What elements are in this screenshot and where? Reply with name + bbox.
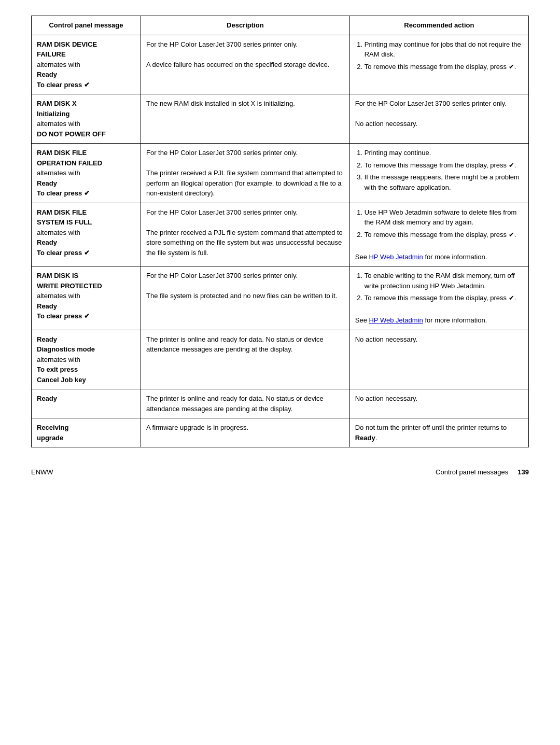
table-row: RAM DISK IS WRITE PROTECTED alternates w… (32, 266, 529, 330)
message-title-2: SYSTEM IS FULL (37, 218, 92, 226)
hp-web-jetadmin-link-1[interactable]: HP Web Jetadmin (369, 253, 423, 261)
control-panel-cell: RAM DISK IS WRITE PROTECTED alternates w… (32, 266, 141, 330)
desc-text-1: A firmware upgrade is in progress. (146, 424, 248, 431)
table-row: Ready Diagnostics mode alternates with T… (32, 330, 529, 389)
table-row: RAM DISK DEVICE FAILURE alternates with … (32, 35, 529, 94)
description-cell: The printer is online and ready for data… (141, 330, 349, 389)
table-row: Receiving upgrade A firmware upgrade is … (32, 418, 529, 447)
desc-text-2: The printer received a PJL file system c… (146, 169, 343, 197)
ready-label: Ready (37, 179, 57, 187)
ready-label: Ready (37, 71, 57, 78)
desc-text-2: The file system is protected and no new … (146, 292, 338, 300)
message-title: RAM DISK IS (37, 272, 78, 279)
upgrade-label: upgrade (37, 434, 63, 442)
header-recommended-action: Recommended action (349, 16, 528, 35)
action-cell: No action necessary. (349, 389, 528, 418)
clear-label: To clear press ✔ (37, 312, 90, 320)
action-cell: Use HP Web Jetadmin software to delete f… (349, 203, 528, 266)
action-text-1: For the HP Color LaserJet 3700 series pr… (355, 100, 507, 107)
action-item: To remove this message from the display,… (365, 293, 523, 303)
alternates-label: alternates with (37, 229, 80, 236)
description-cell: For the HP Color LaserJet 3700 series pr… (141, 35, 349, 94)
message-title-2: OPERATION FAILED (37, 159, 102, 167)
control-panel-cell: RAM DISK DEVICE FAILURE alternates with … (32, 35, 141, 94)
action-text-1: Do not turn the printer off until the pr… (355, 424, 507, 442)
action-cell: To enable writing to the RAM disk memory… (349, 266, 528, 330)
message-title-2: Initializing (37, 110, 70, 118)
control-panel-cell: Receiving upgrade (32, 418, 141, 447)
desc-text-1: For the HP Color LaserJet 3700 series pr… (146, 40, 298, 48)
clear-label: To clear press ✔ (37, 189, 90, 197)
control-panel-cell: Ready (32, 389, 141, 418)
action-item: To enable writing to the RAM disk memory… (365, 271, 523, 291)
ready-label: Ready (37, 395, 57, 402)
cancel-label: Cancel Job key (37, 376, 86, 384)
message-title-2: WRITE PROTECTED (37, 282, 102, 290)
message-title-2: FAILURE (37, 50, 66, 58)
action-text-2: No action necessary. (355, 120, 417, 128)
action-item: To remove this message from the display,… (365, 62, 523, 72)
ready-label: Ready (37, 335, 57, 343)
desc-text-2: The printer received a PJL file system c… (146, 229, 343, 257)
desc-text-1: The new RAM disk installed in slot X is … (146, 100, 295, 107)
action-text-1: No action necessary. (355, 335, 417, 343)
control-panel-cell: RAM DISK FILE SYSTEM IS FULL alternates … (32, 203, 141, 266)
diagnostics-label: Diagnostics mode (37, 345, 95, 353)
header-control-panel: Control panel message (32, 16, 141, 35)
message-title: RAM DISK X (37, 100, 77, 107)
desc-text-2: A device failure has occurred on the spe… (146, 61, 329, 68)
alternates-label: alternates with (37, 292, 80, 300)
desc-text-1: For the HP Color LaserJet 3700 series pr… (146, 208, 298, 216)
message-title: RAM DISK FILE (37, 149, 87, 157)
see-link-text: See (355, 253, 369, 261)
action-cell: Do not turn the printer off until the pr… (349, 418, 528, 447)
table-row: RAM DISK X Initializing alternates with … (32, 94, 529, 144)
description-cell: For the HP Color LaserJet 3700 series pr… (141, 266, 349, 330)
table-row: Ready The printer is online and ready fo… (32, 389, 529, 418)
page-number: 139 (517, 468, 529, 476)
receiving-label: Receiving (37, 424, 68, 431)
footer-label: Control panel messages (436, 468, 508, 476)
clear-label: To clear press ✔ (37, 249, 90, 257)
action-text-1: No action necessary. (355, 395, 417, 402)
description-cell: For the HP Color LaserJet 3700 series pr… (141, 144, 349, 203)
ready-label: Ready (37, 302, 57, 310)
action-item: To remove this message from the display,… (365, 230, 523, 240)
clear-label: To clear press ✔ (37, 81, 90, 89)
control-panel-cell: RAM DISK FILE OPERATION FAILED alternate… (32, 144, 141, 203)
message-title: RAM DISK FILE (37, 208, 87, 216)
action-cell: No action necessary. (349, 330, 528, 389)
table-row: RAM DISK FILE OPERATION FAILED alternate… (32, 144, 529, 203)
header-description: Description (141, 16, 349, 35)
desc-text-1: For the HP Color LaserJet 3700 series pr… (146, 149, 298, 157)
main-table: Control panel message Description Recomm… (31, 16, 529, 447)
action-item: Printing may continue. (365, 148, 523, 158)
action-item: If the message reappears, there might be… (365, 172, 523, 192)
desc-text-1: The printer is online and ready for data… (146, 395, 324, 413)
desc-text-1: The printer is online and ready for data… (146, 335, 324, 354)
footer-enww: ENWW (31, 468, 53, 476)
page-footer: ENWW Control panel messages 139 (31, 468, 529, 476)
description-cell: A firmware upgrade is in progress. (141, 418, 349, 447)
control-panel-cell: RAM DISK X Initializing alternates with … (32, 94, 141, 144)
footer-page-info: Control panel messages 139 (436, 468, 529, 476)
action-cell: Printing may continue for jobs that do n… (349, 35, 528, 94)
see-link-text-2: See (355, 316, 369, 324)
hp-web-jetadmin-link-2[interactable]: HP Web Jetadmin (369, 316, 423, 324)
action-item: Use HP Web Jetadmin software to delete f… (365, 207, 523, 228)
control-panel-cell: Ready Diagnostics mode alternates with T… (32, 330, 141, 389)
see-link-more-2: for more information. (423, 316, 487, 324)
action-item: Printing may continue for jobs that do n… (365, 39, 523, 60)
alternates-label: alternates with (37, 61, 80, 68)
action-item: To remove this message from the display,… (365, 160, 523, 171)
action-cell: Printing may continue. To remove this me… (349, 144, 528, 203)
description-cell: The new RAM disk installed in slot X is … (141, 94, 349, 144)
alternates-label: alternates with (37, 120, 80, 128)
message-title: RAM DISK DEVICE (37, 40, 97, 48)
exit-label: To exit press (37, 366, 78, 373)
alternates-label: alternates with (37, 169, 80, 177)
desc-text-1: For the HP Color LaserJet 3700 series pr… (146, 272, 298, 279)
ready-label: Ready (37, 238, 57, 246)
description-cell: For the HP Color LaserJet 3700 series pr… (141, 203, 349, 266)
power-off-label: DO NOT POWER OFF (37, 130, 106, 138)
